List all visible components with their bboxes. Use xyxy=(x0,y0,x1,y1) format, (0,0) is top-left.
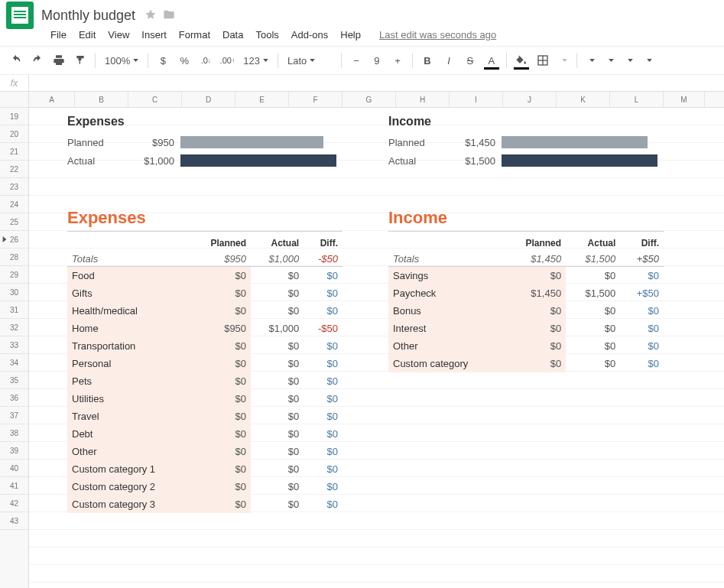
income-table[interactable]: PlannedActualDiff.Totals$1,450$1,500+$50… xyxy=(388,235,664,372)
row-header-19[interactable]: 19 xyxy=(0,108,28,125)
group-toggle-icon[interactable] xyxy=(2,236,8,242)
decrease-decimal-button[interactable]: .0↓ xyxy=(196,50,216,70)
table-row[interactable]: Savings$0$0$0 xyxy=(388,267,664,285)
table-row[interactable]: Health/medical$0$0$0 xyxy=(67,302,343,320)
row-header-36[interactable]: 36 xyxy=(0,389,28,407)
table-row[interactable]: Pets$0$0$0 xyxy=(67,372,343,390)
row-header-29[interactable]: 29 xyxy=(0,266,28,284)
col-header-D[interactable]: D xyxy=(182,92,235,107)
last-edit-link[interactable]: Last edit was seconds ago xyxy=(379,29,496,41)
table-row[interactable]: Gifts$0$0$0 xyxy=(67,284,343,302)
row-header-39[interactable]: 39 xyxy=(0,442,28,460)
folder-icon[interactable] xyxy=(163,8,175,23)
col-header-A[interactable]: A xyxy=(29,92,75,107)
merge-cells-button[interactable] xyxy=(554,50,572,70)
row-header-32[interactable]: 32 xyxy=(0,319,28,336)
table-row[interactable]: Interest$0$0$0 xyxy=(388,320,664,337)
table-row[interactable]: Bonus$0$0$0 xyxy=(388,302,664,320)
text-wrap-button[interactable] xyxy=(620,50,638,70)
increase-decimal-button[interactable]: .00↑ xyxy=(217,50,237,70)
menu-add-ons[interactable]: Add-ons xyxy=(285,26,334,44)
col-header-K[interactable]: K xyxy=(557,92,610,107)
table-row[interactable]: Paycheck$1,450$1,500+$50 xyxy=(388,284,664,302)
col-header-B[interactable]: B xyxy=(75,92,128,107)
font-size-decrease-button[interactable]: − xyxy=(346,50,366,70)
row-header-37[interactable]: 37 xyxy=(0,407,28,424)
h-align-button[interactable] xyxy=(582,50,599,70)
expenses-table[interactable]: PlannedActualDiff.Totals$950$1,000-$50Fo… xyxy=(67,235,343,513)
row-header-22[interactable]: 22 xyxy=(0,161,28,178)
row-header-25[interactable]: 25 xyxy=(0,213,28,231)
table-row[interactable]: Other$0$0$0 xyxy=(67,443,343,460)
row-header-35[interactable]: 35 xyxy=(0,372,28,389)
percent-button[interactable]: % xyxy=(174,50,194,70)
row-header-20[interactable]: 20 xyxy=(0,125,28,143)
menu-edit[interactable]: Edit xyxy=(73,26,102,44)
zoom-select[interactable]: 100% xyxy=(100,50,143,70)
bold-button[interactable]: B xyxy=(417,50,437,70)
col-header-L[interactable]: L xyxy=(610,92,664,107)
row-header-28[interactable]: 28 xyxy=(0,249,28,266)
row-header-34[interactable]: 34 xyxy=(0,354,28,372)
row-header-42[interactable]: 42 xyxy=(0,495,28,512)
borders-button[interactable] xyxy=(533,50,553,70)
font-select[interactable]: Lato xyxy=(283,50,336,70)
table-row[interactable]: Transportation$0$0$0 xyxy=(67,337,343,355)
col-header-M[interactable]: M xyxy=(664,92,705,107)
col-header-J[interactable]: J xyxy=(503,92,557,107)
row-header-31[interactable]: 31 xyxy=(0,301,28,319)
select-all-cell[interactable] xyxy=(0,92,28,108)
table-row[interactable]: Custom category$0$0$0 xyxy=(388,355,664,372)
formula-input[interactable] xyxy=(29,75,724,91)
menu-data[interactable]: Data xyxy=(216,26,249,44)
font-size-increase-button[interactable]: + xyxy=(388,50,407,70)
table-row[interactable]: Travel$0$0$0 xyxy=(67,408,343,425)
col-header-I[interactable]: I xyxy=(450,92,503,107)
row-header-26[interactable]: 26 xyxy=(0,231,28,249)
row-header-33[interactable]: 33 xyxy=(0,336,28,354)
row-header-40[interactable]: 40 xyxy=(0,460,28,477)
row-header-38[interactable]: 38 xyxy=(0,424,28,442)
menu-insert[interactable]: Insert xyxy=(135,26,173,44)
redo-button[interactable] xyxy=(28,50,47,70)
col-header-E[interactable]: E xyxy=(235,92,289,107)
doc-title[interactable]: Monthly budget xyxy=(41,8,135,24)
col-header-C[interactable]: C xyxy=(128,92,182,107)
table-row[interactable]: Debt$0$0$0 xyxy=(67,425,343,443)
strike-button[interactable]: S xyxy=(460,50,480,70)
col-header-H[interactable]: H xyxy=(396,92,450,107)
print-button[interactable] xyxy=(49,50,69,70)
table-row[interactable]: Personal$0$0$0 xyxy=(67,355,343,372)
sheets-app-icon[interactable] xyxy=(6,2,34,29)
table-row[interactable]: Other$0$0$0 xyxy=(388,337,664,355)
v-align-button[interactable] xyxy=(601,50,618,70)
table-row[interactable]: Utilities$0$0$0 xyxy=(67,390,343,408)
row-header-43[interactable]: 43 xyxy=(0,512,28,530)
text-color-button[interactable]: A xyxy=(482,50,502,70)
table-row[interactable]: Food$0$0$0 xyxy=(67,267,343,285)
menu-help[interactable]: Help xyxy=(334,26,367,44)
row-header-30[interactable]: 30 xyxy=(0,284,28,301)
star-icon[interactable] xyxy=(144,8,157,23)
menu-tools[interactable]: Tools xyxy=(249,26,284,44)
text-rotate-button[interactable] xyxy=(639,50,657,70)
row-header-23[interactable]: 23 xyxy=(0,178,28,196)
col-header-F[interactable]: F xyxy=(289,92,343,107)
table-row[interactable]: Home$950$1,000-$50 xyxy=(67,320,343,337)
menu-format[interactable]: Format xyxy=(173,26,216,44)
menu-view[interactable]: View xyxy=(102,26,135,44)
paint-format-button[interactable] xyxy=(70,50,90,70)
row-header-21[interactable]: 21 xyxy=(0,143,28,161)
number-format-select[interactable]: 123 xyxy=(239,50,273,70)
table-row[interactable]: Custom category 1$0$0$0 xyxy=(67,460,343,478)
font-size-value[interactable]: 9 xyxy=(368,55,386,67)
row-header-41[interactable]: 41 xyxy=(0,477,28,495)
undo-button[interactable] xyxy=(6,50,26,70)
row-header-24[interactable]: 24 xyxy=(0,196,28,213)
menu-file[interactable]: File xyxy=(44,26,73,44)
currency-button[interactable]: $ xyxy=(153,50,173,70)
italic-button[interactable]: I xyxy=(439,50,459,70)
table-row[interactable]: Custom category 2$0$0$0 xyxy=(67,478,343,495)
fill-color-button[interactable] xyxy=(511,50,531,70)
table-row[interactable]: Custom category 3$0$0$0 xyxy=(67,495,343,513)
